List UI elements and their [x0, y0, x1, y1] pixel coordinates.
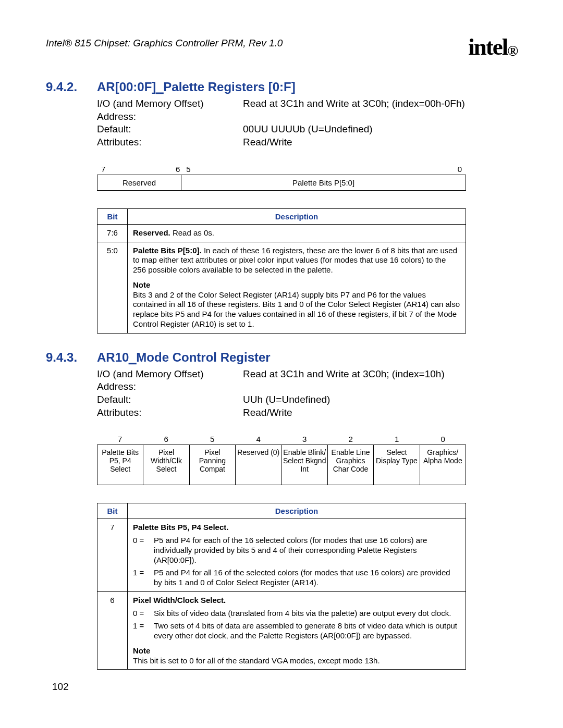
- table-header-description: Description: [128, 503, 466, 519]
- table-row: 7:6 Reserved. Read as 0s.: [97, 224, 466, 242]
- bitfield-layout: 7 6 5 4 3 2 1 0 Palette Bits P5, P4 Sele…: [97, 435, 466, 485]
- page-header: Intel® 815 Chipset: Graphics Controller …: [46, 36, 517, 59]
- attr-attributes-label: Attributes:: [97, 406, 243, 419]
- bitfield-cell: Pixel Width/Clk Select: [143, 445, 189, 485]
- intel-logo: intel®: [468, 35, 517, 59]
- attr-address-value: Read at 3C1h and Write at 3C0h; (index=1…: [243, 368, 445, 393]
- bit-number: 6: [143, 435, 190, 443]
- section-heading: 9.4.3. AR10⎯Mode Control Register: [46, 350, 517, 365]
- table-row: 5:0 Palette Bits P[5:0]. In each of thes…: [97, 242, 466, 333]
- bit-description-table: Bit Description 7:6 Reserved. Read as 0s…: [97, 208, 466, 334]
- attr-default-label: Default:: [97, 123, 243, 136]
- section-number: 9.4.3.: [46, 350, 97, 365]
- section-title: AR[00:0F]⎯Palette Registers [0:F]: [97, 80, 296, 94]
- attr-address-label: I/O (and Memory Offset) Address:: [97, 368, 243, 393]
- bitfield-cell: Graphics/ Alpha Mode: [420, 445, 466, 485]
- attr-address-label: I/O (and Memory Offset) Address:: [97, 97, 243, 123]
- bit-range: 7:6: [97, 224, 128, 242]
- attr-default-value: 00UU UUUUb (U=Undefined): [243, 123, 373, 136]
- note-body: This bit is set to 0 for all of the stan…: [133, 656, 460, 666]
- bit-number: 0: [420, 435, 467, 443]
- attr-default-label: Default:: [97, 393, 243, 406]
- register-attributes: I/O (and Memory Offset) Address: Read at…: [97, 368, 517, 419]
- note-label: Note: [133, 646, 460, 656]
- document-title: Intel® 815 Chipset: Graphics Controller …: [46, 38, 283, 49]
- bit-number: 7: [97, 435, 143, 443]
- bit-number: 5: [189, 435, 236, 443]
- register-attributes: I/O (and Memory Offset) Address: Read at…: [97, 97, 517, 149]
- bitfield-cell: Pixel Panning Compat: [189, 445, 235, 485]
- attr-attributes-label: Attributes:: [97, 136, 243, 149]
- table-row: 7 Palette Bits P5, P4 Select. 0 =P5 and …: [97, 519, 466, 592]
- bit-number: 6: [176, 165, 180, 174]
- bitfield-cell: Palette Bits P[5:0]: [181, 175, 466, 190]
- bit-range: 5:0: [97, 242, 128, 333]
- bit-description: Reserved. Read as 0s.: [128, 224, 466, 242]
- bit-number: 7: [101, 165, 105, 174]
- bit-description: Pixel Width/Clock Select. 0 =Six bits of…: [128, 591, 466, 670]
- attr-attributes-value: Read/Write: [243, 136, 292, 149]
- section-heading: 9.4.2. AR[00:0F]⎯Palette Registers [0:F]: [46, 80, 517, 94]
- bitfield-cell: Reserved: [97, 175, 181, 190]
- bit-number: 3: [282, 435, 328, 443]
- table-header-bit: Bit: [97, 503, 128, 519]
- attr-attributes-value: Read/Write: [243, 406, 292, 419]
- bit-range: 6: [97, 591, 128, 670]
- table-header-description: Description: [128, 208, 466, 224]
- bitfield-layout: 7 6 5 0 Reserved Palette Bits P[5:0]: [97, 165, 466, 191]
- table-header-bit: Bit: [97, 208, 128, 224]
- page-number: 102: [52, 681, 69, 693]
- note-body: Bits 3 and 2 of the Color Select Registe…: [133, 290, 460, 329]
- table-row: 6 Pixel Width/Clock Select. 0 =Six bits …: [97, 591, 466, 670]
- attr-address-value: Read at 3C1h and Write at 3C0h; (index=0…: [243, 97, 465, 123]
- note-label: Note: [133, 280, 460, 290]
- bit-number: 0: [458, 165, 462, 174]
- bitfield-cell: Enable Line Graphics Char Code: [327, 445, 373, 485]
- bitfield-cell: Palette Bits P5, P4 Select: [97, 445, 143, 485]
- bit-number: 4: [236, 435, 282, 443]
- bit-number: 2: [328, 435, 374, 443]
- bitfield-cell: Select Display Type: [374, 445, 420, 485]
- bit-number: 5: [186, 165, 190, 174]
- bit-description: Palette Bits P5, P4 Select. 0 =P5 and P4…: [128, 519, 466, 592]
- bit-range: 7: [97, 519, 128, 592]
- bit-description-table: Bit Description 7 Palette Bits P5, P4 Se…: [97, 503, 466, 670]
- bit-description: Palette Bits P[5:0]. In each of these 16…: [128, 242, 466, 333]
- bitfield-cell: Enable Blink/ Select Bkgnd Int: [282, 445, 327, 485]
- section-number: 9.4.2.: [46, 80, 97, 94]
- attr-default-value: UUh (U=Undefined): [243, 393, 330, 406]
- section-title: AR10⎯Mode Control Register: [97, 350, 271, 365]
- bitfield-cell: Reserved (0): [236, 445, 282, 485]
- bit-number: 1: [374, 435, 420, 443]
